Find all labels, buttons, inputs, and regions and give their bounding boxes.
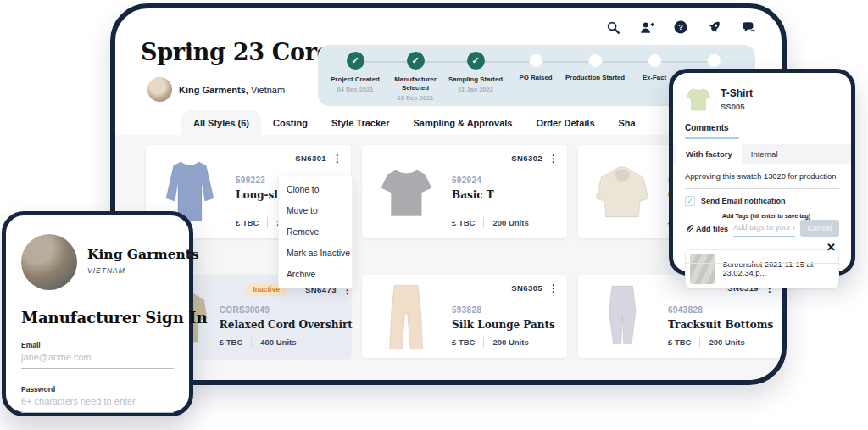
style-units: 200 Units xyxy=(492,338,528,347)
owner-avatar xyxy=(147,77,172,102)
tab-style-tracker[interactable]: Style Tracker xyxy=(320,110,402,137)
tab-costing[interactable]: Costing xyxy=(261,110,320,137)
add-files-button[interactable]: Add files xyxy=(685,224,728,237)
email-field[interactable]: jane@acme.com xyxy=(21,352,174,369)
step-pending-icon xyxy=(529,53,543,68)
style-price: £ TBC xyxy=(452,218,475,227)
style-number: SN6302 xyxy=(511,154,542,163)
stepper-step xyxy=(682,52,746,68)
owner-name: King Garments, Vietnam xyxy=(179,85,285,95)
signin-heading: Manufacturer Sign In xyxy=(21,309,208,327)
email-notification-checkbox[interactable]: ✓ xyxy=(685,196,695,206)
help-icon[interactable]: ? xyxy=(673,20,688,35)
style-name: Silk Lounge Pants xyxy=(452,319,559,331)
price-units-divider xyxy=(251,337,252,348)
style-price: £ TBC xyxy=(220,338,242,347)
step-label: Manufacturer Selected xyxy=(383,75,448,92)
kebab-menu-icon[interactable]: ⋮ xyxy=(332,154,342,163)
style-name: Basic T xyxy=(452,189,559,201)
rocket-icon[interactable] xyxy=(707,20,722,35)
step-pending-icon xyxy=(588,53,603,68)
kebab-menu-icon[interactable]: ⋮ xyxy=(548,154,559,163)
card-context-menu: Clone toMove toRemoveMark as InactiveArc… xyxy=(278,176,353,288)
price-units-divider xyxy=(483,337,484,348)
kebab-menu-icon[interactable]: ⋮ xyxy=(548,284,559,293)
step-label: PO Raised xyxy=(504,74,568,82)
stepper-step: ✓Manufacturer Selected16 Dec 2021 xyxy=(383,52,448,102)
close-icon[interactable]: ✕ xyxy=(826,241,836,254)
product-image-hoodie xyxy=(592,157,653,228)
step-pending-icon xyxy=(648,53,662,68)
style-units: 400 Units xyxy=(260,338,296,347)
step-done-icon: ✓ xyxy=(407,52,425,70)
subtab-with-factory[interactable]: With factory xyxy=(676,144,742,164)
manufacturer-name: King Garments xyxy=(87,246,199,262)
product-image-tshirt xyxy=(377,159,436,226)
tab-sampling-approvals[interactable]: Sampling & Approvals xyxy=(401,110,524,137)
paperclip-icon xyxy=(685,224,693,233)
comment-scope-tabs: With factory Internal xyxy=(673,144,851,164)
step-label: Project Created xyxy=(323,75,387,84)
panel-product-name: T-Shirt xyxy=(721,87,753,99)
style-card[interactable]: SN6305⋮593828Silk Lounge Pants£ TBC200 U… xyxy=(362,275,567,358)
product-image-wrap xyxy=(585,152,659,233)
panel-divider xyxy=(685,263,839,264)
email-notification-label: Send Email notification xyxy=(701,197,786,205)
style-price: £ TBC xyxy=(236,218,259,227)
step-label: Sampling Started xyxy=(443,75,508,84)
menu-item-clone-to[interactable]: Clone to xyxy=(279,179,352,200)
step-done-icon: ✓ xyxy=(347,52,364,70)
style-card[interactable]: SN6302⋮692924Basic T£ TBC200 Units xyxy=(362,145,567,238)
tab-bar: All Styles (6)CostingStyle TrackerSampli… xyxy=(181,110,648,137)
tab-sha[interactable]: Sha xyxy=(607,110,648,137)
stepper-step: Production Started xyxy=(563,52,627,82)
cancel-button[interactable]: Cancel xyxy=(800,220,839,237)
svg-text:?: ? xyxy=(678,22,683,31)
tab-comments-underline xyxy=(685,137,739,139)
chat-icon[interactable] xyxy=(741,20,756,35)
step-date: 16 Dec 2021 xyxy=(383,94,448,102)
step-label: Production Started xyxy=(563,74,627,82)
tab-all-styles-6[interactable]: All Styles (6) xyxy=(181,110,261,137)
password-label: Password xyxy=(21,385,55,394)
style-number: SN6305 xyxy=(511,283,542,293)
product-image-wrap xyxy=(369,152,443,233)
style-code: 6943828 xyxy=(668,305,775,315)
comments-panel: T-Shirt SS005 Comments With factory Inte… xyxy=(669,69,855,276)
email-label: Email xyxy=(21,341,41,349)
style-price: £ TBC xyxy=(452,338,475,347)
tags-input[interactable]: Add tags to your comment... xyxy=(733,223,795,237)
menu-item-archive[interactable]: Archive xyxy=(279,264,352,285)
tab-comments[interactable]: Comments xyxy=(685,123,729,132)
header-toolbar: ? xyxy=(605,20,756,35)
menu-item-remove[interactable]: Remove xyxy=(279,221,352,243)
search-icon[interactable] xyxy=(605,20,620,35)
page-title: Spring 23 Core xyxy=(141,39,331,65)
subtab-internal[interactable]: Internal xyxy=(742,144,787,164)
style-code: CORS30049 xyxy=(220,305,353,315)
factory-photo xyxy=(21,234,77,290)
price-units-divider xyxy=(483,217,484,228)
panel-product-sku: SS005 xyxy=(721,102,753,111)
stepper-step: ✓Sampling Started11 Jan 2022 xyxy=(443,52,508,93)
attachment-thumbnail xyxy=(690,254,715,284)
tshirt-icon xyxy=(685,85,712,114)
email-notification-row[interactable]: ✓ Send Email notification xyxy=(685,196,839,206)
tab-order-details[interactable]: Order Details xyxy=(524,110,606,137)
stepper-step: ✓Project Created04 Dec 2021 xyxy=(323,52,387,93)
menu-item-move-to[interactable]: Move to xyxy=(279,200,352,221)
stepper-step: PO Raised xyxy=(504,52,568,82)
product-image-wrap xyxy=(369,282,443,353)
password-field[interactable]: 6+ characters need to enter xyxy=(21,396,174,413)
manufacturer-country: VIETNAM xyxy=(87,266,199,275)
attachment-item[interactable]: ✕ Screenshot 2021-11-15 at 23.02.34.p... xyxy=(685,249,839,288)
price-units-divider xyxy=(267,217,268,228)
comment-input[interactable]: Approving this swatch 13020 for producti… xyxy=(685,172,839,189)
style-name: Relaxed Cord Overshirt xyxy=(220,319,353,331)
step-date: 11 Jan 2022 xyxy=(443,86,508,93)
add-user-icon[interactable] xyxy=(639,20,654,35)
style-units: 200 Units xyxy=(709,338,744,347)
style-code: 692924 xyxy=(452,176,559,185)
step-date: 04 Dec 2021 xyxy=(323,86,387,93)
menu-item-mark-as-inactive[interactable]: Mark as Inactive xyxy=(279,243,352,264)
